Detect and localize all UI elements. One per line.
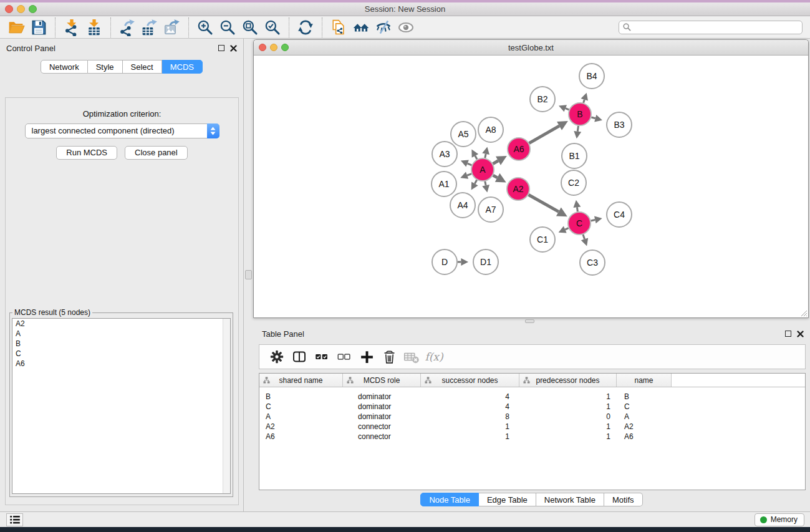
- select-all-rows-button[interactable]: [311, 346, 333, 367]
- table-panel-header: Table Panel: [253, 324, 810, 343]
- graph-edge-B-B3[interactable]: [591, 117, 595, 118]
- tab-mcds[interactable]: MCDS: [162, 60, 203, 74]
- dropdown-stepper-icon: [207, 123, 219, 138]
- mcds-result-item[interactable]: A: [12, 329, 230, 339]
- table-row[interactable]: Adominator80A: [259, 412, 805, 422]
- toolbar-separator: [110, 17, 111, 37]
- graph-edge-C-C3[interactable]: [583, 235, 584, 239]
- table-row[interactable]: A6connector11A6: [259, 432, 805, 442]
- graph-edge-A-A3[interactable]: [468, 163, 472, 165]
- control-panel-title: Control Panel: [6, 44, 55, 53]
- close-panel-icon[interactable]: [230, 45, 237, 52]
- node-table-header: shared name MCDS role successor nodes pr…: [259, 374, 805, 387]
- network-window-titlebar[interactable]: testGlobe.txt: [254, 40, 808, 56]
- table-cell: A6: [617, 432, 672, 442]
- deselect-all-rows-button[interactable]: [333, 346, 355, 367]
- run-mcds-button[interactable]: Run MCDS: [56, 146, 117, 160]
- horizontal-splitter-handle[interactable]: [525, 319, 534, 323]
- mcds-list-scrollbar[interactable]: [223, 319, 230, 493]
- delete-columns-button[interactable]: [378, 346, 400, 367]
- task-history-button[interactable]: [6, 513, 23, 526]
- graph-edge-B-B4[interactable]: [584, 100, 585, 103]
- hide-graphics-details-button[interactable]: [372, 17, 395, 38]
- main-toolbar: [0, 16, 810, 39]
- graph-edge-B-B1[interactable]: [577, 126, 578, 132]
- column-header-predecessor-nodes[interactable]: predecessor nodes: [519, 374, 617, 387]
- tab-edge-table[interactable]: Edge Table: [479, 493, 536, 506]
- graph-edge-C-C1[interactable]: [565, 228, 568, 230]
- network-canvas[interactable]: B4B2BB3A8A5A6A3B1AC2A1A2A4A7C4CC1C3DD1: [254, 56, 809, 318]
- graph-edge-C-C4[interactable]: [591, 220, 595, 220]
- fx-icon: f(x): [425, 351, 443, 363]
- graph-edge-A6-B[interactable]: [529, 126, 559, 143]
- import-network-button[interactable]: [60, 17, 83, 38]
- zoom-out-button[interactable]: [216, 17, 239, 38]
- table-cell: C: [617, 402, 672, 412]
- window-resize-grip[interactable]: [799, 309, 808, 317]
- close-panel-icon[interactable]: [797, 331, 804, 337]
- graph-edge-A-A5[interactable]: [475, 156, 477, 160]
- tab-network[interactable]: Network: [41, 60, 88, 74]
- column-browser-button[interactable]: [288, 346, 311, 367]
- graph-edge-A-A1[interactable]: [467, 174, 471, 176]
- table-cell: 1: [519, 422, 617, 432]
- graph-edge-C-C2[interactable]: [577, 207, 577, 211]
- column-header-shared-name[interactable]: shared name: [259, 374, 343, 387]
- tab-motifs[interactable]: Motifs: [604, 493, 643, 506]
- column-header-mcds-role[interactable]: MCDS role: [343, 374, 421, 387]
- graph-node-label: A7: [485, 205, 496, 215]
- network-overview-button[interactable]: [350, 17, 372, 38]
- table-row[interactable]: Cdominator41C: [259, 402, 805, 412]
- graph-node-label: A8: [485, 125, 496, 135]
- memory-button[interactable]: Memory: [755, 513, 804, 526]
- import-table-button[interactable]: [83, 17, 105, 38]
- zoom-fit-button[interactable]: [239, 17, 261, 38]
- graph-edge-A-A7[interactable]: [485, 181, 486, 186]
- clone-network-button[interactable]: [327, 17, 350, 38]
- export-table-button[interactable]: [138, 17, 161, 38]
- mcds-result-item[interactable]: C: [12, 349, 230, 359]
- zoom-selected-button[interactable]: [261, 17, 284, 38]
- float-panel-icon[interactable]: [218, 45, 224, 51]
- graph-edge-A-A6[interactable]: [493, 161, 498, 164]
- mcds-result-item[interactable]: B: [12, 339, 230, 349]
- graph-edge-A2-C[interactable]: [529, 195, 559, 211]
- zoom-in-button[interactable]: [194, 17, 216, 38]
- vertical-splitter-handle[interactable]: [245, 270, 252, 279]
- refresh-layout-button[interactable]: [294, 17, 317, 38]
- graph-edge-A-A4[interactable]: [475, 180, 476, 184]
- graph-node-label: C2: [568, 178, 579, 188]
- criterion-dropdown[interactable]: largest connected component (directed): [25, 123, 219, 138]
- tab-network-table[interactable]: Network Table: [536, 493, 604, 506]
- zoom-selected-icon: [264, 19, 281, 36]
- table-row[interactable]: Bdominator41B: [259, 392, 805, 402]
- close-panel-button[interactable]: Close panel: [125, 146, 188, 160]
- show-graphics-details-button[interactable]: [395, 17, 417, 38]
- add-column-button[interactable]: [355, 346, 378, 367]
- tab-style[interactable]: Style: [88, 60, 123, 74]
- graph-edge-A-A2[interactable]: [493, 175, 498, 178]
- tab-select[interactable]: Select: [123, 60, 162, 74]
- delete-table-button[interactable]: [400, 346, 423, 367]
- mcds-result-list[interactable]: A2ABCA6: [12, 318, 231, 494]
- export-image-button[interactable]: [161, 17, 183, 38]
- mcds-result-item[interactable]: A6: [12, 359, 230, 369]
- table-cell: B: [259, 392, 343, 402]
- mcds-result-item[interactable]: A2: [12, 319, 230, 329]
- graph-edge-A-A8[interactable]: [485, 154, 486, 158]
- graph-node-label: C4: [614, 210, 625, 220]
- network-view-window: testGlobe.txt B4B2BB3A8A5A6A3B1AC2A1A2A4…: [253, 39, 809, 318]
- export-network-button[interactable]: [116, 17, 138, 38]
- function-builder-button[interactable]: f(x): [423, 346, 445, 367]
- tab-node-table[interactable]: Node Table: [420, 493, 479, 506]
- graph-edge-B-B2[interactable]: [566, 109, 569, 110]
- column-header-name[interactable]: name: [617, 374, 672, 387]
- table-settings-button[interactable]: [266, 346, 288, 367]
- column-header-successor-nodes[interactable]: successor nodes: [421, 374, 519, 387]
- save-session-button[interactable]: [27, 17, 50, 38]
- open-session-button[interactable]: [5, 17, 27, 38]
- search-input[interactable]: [619, 21, 803, 34]
- float-panel-icon[interactable]: [785, 331, 791, 337]
- table-row[interactable]: A2connector11A2: [259, 422, 805, 432]
- graph-node-label: D: [441, 257, 448, 267]
